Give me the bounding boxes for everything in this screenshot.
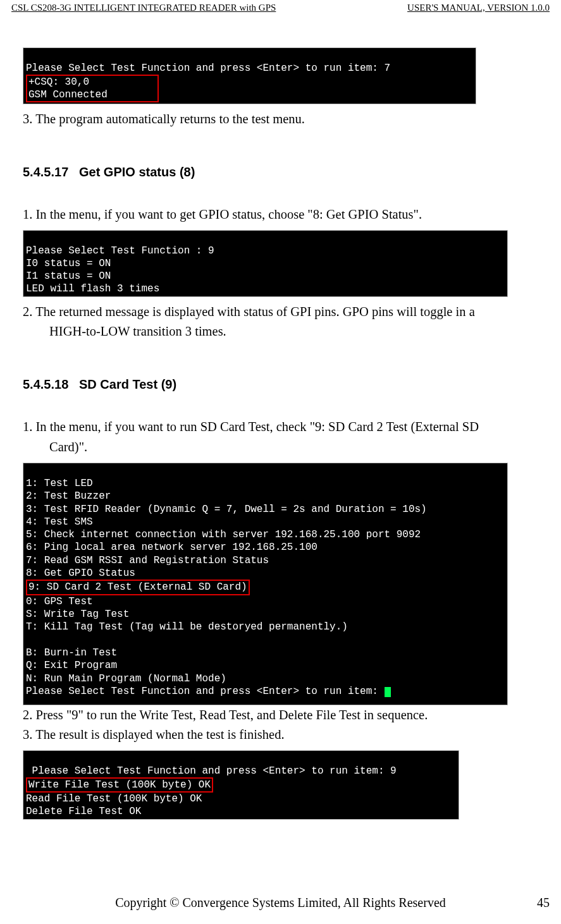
page-header: CSL CS208-3G INTELLIGENT INTEGRATED READ… [11, 3, 550, 13]
section-title: Get GPIO status (8) [79, 165, 195, 179]
terminal-line: +CSQ: 30,0 [28, 76, 156, 88]
terminal-line: Please Select Test Function and press <E… [26, 63, 390, 74]
terminal-line: T: Kill Tag Test (Tag will be destoryed … [26, 621, 348, 633]
terminal-line: Please Select Test Function and press <E… [26, 765, 397, 777]
terminal-line: 1: Test LED [26, 478, 93, 489]
terminal-line: Write File Test (100K byte) OK [28, 779, 211, 791]
step-text: 1. In the menu, if you want to run SD Ca… [23, 417, 542, 437]
terminal-line: S: Write Tag Test [26, 609, 129, 620]
terminal-line: 5: Check internet connection with server… [26, 529, 421, 540]
step-text: 2. The returned message is displayed wit… [23, 302, 542, 322]
terminal-line: 4: Test SMS [26, 516, 93, 528]
terminal-line: GSM Connected [28, 89, 156, 100]
terminal-line: 8: Get GPIO Status [26, 568, 135, 579]
page-footer: Copyright © Convergence Systems Limited,… [0, 896, 561, 910]
section-title: SD Card Test (9) [79, 377, 176, 391]
terminal-csq: Please Select Test Function and press <E… [23, 47, 476, 104]
terminal-sd-result: Please Select Test Function and press <E… [23, 750, 459, 820]
header-right: USER'S MANUAL, VERSION 1.0.0 [407, 3, 550, 13]
terminal-line: Please Select Test Function : 9 [26, 245, 214, 257]
terminal-line: 0: GPS Test [26, 596, 93, 607]
step-text: 3. The program automatically returns to … [23, 109, 542, 130]
step-text: 2. Press "9" to run the Write Test, Read… [23, 705, 542, 726]
step-text: 1. In the menu, if you want to get GPIO … [23, 205, 542, 225]
page-content: Please Select Test Function and press <E… [11, 47, 550, 820]
terminal-line: 2: Test Buzzer [26, 490, 111, 502]
terminal-line: N: Run Main Program (Normal Mode) [26, 673, 226, 684]
terminal-line: 9: SD Card 2 Test (External SD Card) [28, 581, 247, 593]
terminal-highlight-box: +CSQ: 30,0 GSM Connected [26, 75, 159, 102]
terminal-line: B: Burn-in Test [26, 647, 117, 659]
section-number: 5.4.5.18 [23, 377, 68, 391]
step-text-cont: HIGH-to-LOW transition 3 times. [23, 322, 542, 342]
step-text-cont: Card)". [23, 437, 542, 458]
section-number: 5.4.5.17 [23, 165, 68, 179]
terminal-line: 3: Test RFID Reader (Dynamic Q = 7, Dwel… [26, 504, 427, 515]
section-heading: 5.4.5.18 SD Card Test (9) [23, 377, 542, 392]
terminal-highlight-box: Write File Test (100K byte) OK [26, 777, 213, 793]
terminal-line: I0 status = ON [26, 258, 111, 269]
step-text: 3. The result is displayed when the test… [23, 725, 542, 745]
document-page: CSL CS208-3G INTELLIGENT INTEGRATED READ… [0, 0, 561, 924]
terminal-line: 7: Read GSM RSSI and Registration Status [26, 555, 269, 566]
footer-copyright: Copyright © Convergence Systems Limited,… [0, 896, 561, 910]
terminal-line: LED will flash 3 times [26, 283, 159, 295]
terminal-gpio: Please Select Test Function : 9 I0 statu… [23, 230, 508, 297]
terminal-line: Delete File Test OK [26, 806, 141, 817]
header-left: CSL CS208-3G INTELLIGENT INTEGRATED READ… [11, 3, 276, 13]
section-heading: 5.4.5.17 Get GPIO status (8) [23, 165, 542, 179]
terminal-highlight-box: 9: SD Card 2 Test (External SD Card) [26, 580, 250, 595]
terminal-line: Read File Test (100K byte) OK [26, 793, 202, 805]
terminal-line: Q: Exit Program [26, 660, 117, 671]
terminal-line: I1 status = ON [26, 271, 111, 282]
terminal-menu: 1: Test LED 2: Test Buzzer 3: Test RFID … [23, 463, 508, 705]
terminal-line: 6: Ping local area network server 192.16… [26, 542, 317, 553]
cursor-icon [385, 687, 391, 697]
terminal-line: Please Select Test Function and press <E… [26, 686, 385, 697]
